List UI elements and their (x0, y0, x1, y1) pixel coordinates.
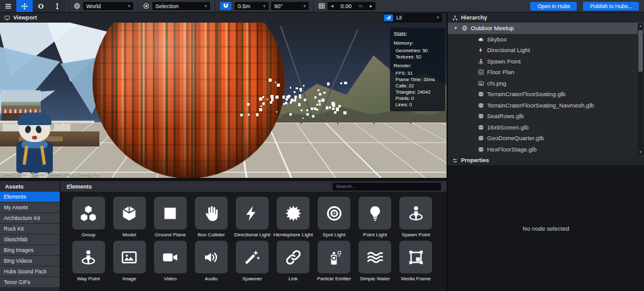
scroll-down-icon[interactable]: ▼ (638, 150, 643, 154)
asset-source-my-assets[interactable]: My Assets (0, 202, 60, 213)
glb-icon (478, 91, 484, 97)
transform-space-value: World (86, 3, 101, 9)
video-icon (154, 241, 187, 273)
expand-caret-icon[interactable]: ▾ (453, 25, 458, 31)
wand-icon (236, 241, 269, 273)
snap-toggle-button[interactable] (220, 2, 231, 10)
waves-icon (358, 241, 391, 273)
snap-rotate-dropdown[interactable]: 90° ▾ (271, 2, 309, 10)
menu-tool-button[interactable] (0, 0, 16, 12)
render-mode-icon (384, 14, 393, 21)
snap-translate-dropdown[interactable]: 0.5m ▾ (235, 2, 269, 10)
element-item-link[interactable]: Link (272, 241, 313, 282)
stats-row: Geometries: 50 (394, 48, 441, 54)
elements-header: Elements (60, 181, 447, 192)
hierarchy-item[interactable]: TerrainCraterFloorSeating.glb (448, 89, 644, 100)
toolbar-divider (313, 0, 314, 12)
asset-source-architecture-kit[interactable]: Architecture Kit (0, 213, 60, 224)
transform-pivot-dropdown[interactable]: Selection ▾ (152, 2, 210, 10)
hierarchy-item[interactable]: Floor Plan (448, 67, 644, 78)
chevron-down-icon: ▾ (263, 4, 265, 9)
asset-source-elements[interactable]: Elements (0, 192, 60, 202)
element-item-spawner[interactable]: Spawner (231, 241, 272, 282)
element-item-media-frame[interactable]: Media Frame (396, 241, 436, 282)
chevron-down-icon: ▾ (128, 4, 130, 9)
element-item-particle-emitter[interactable]: Particle Emitter (314, 241, 355, 282)
hierarchy-item[interactable]: HexFloorStage.glb (448, 144, 644, 155)
asset-source-bing-videos[interactable]: Bing Videos (0, 256, 60, 266)
stats-row: Triangles: 24042 (394, 89, 441, 96)
left-column: Viewport Lit ▾ (0, 13, 447, 291)
asset-source-rock-kit[interactable]: Rock Kit (0, 224, 60, 234)
hierarchy-item-label: GeoDomeQuarter.glb (487, 135, 544, 141)
element-item-way-point[interactable]: Way Point (68, 241, 109, 282)
asset-source-sketchfab[interactable]: Sketchfab (0, 234, 60, 245)
chevron-down-icon: ▾ (204, 4, 207, 9)
hierarchy-item-label: HexFloorStage.glb (487, 146, 537, 153)
viewport-canvas[interactable]: Stats: Memory:Geometries: 50Textures: 52… (0, 23, 447, 178)
properties-title: Properties (461, 157, 489, 163)
element-label: Way Point (77, 276, 99, 282)
publish-to-hubs-button[interactable]: Publish to Hubs... (583, 2, 639, 11)
viewport-header: Viewport Lit ▾ (0, 13, 447, 23)
element-item-spawn-point[interactable]: Spawn Point (396, 197, 436, 238)
asset-source-hubs-sound-pack[interactable]: Hubs Sound Pack (0, 266, 60, 277)
hierarchy-icon (452, 15, 458, 21)
hierarchy-item-label: Directional Light (487, 47, 530, 53)
element-item-directional-light[interactable]: Directional Light (231, 197, 272, 238)
hierarchy-header: Hierarchy (448, 13, 644, 23)
element-item-audio[interactable]: Audio (191, 241, 231, 282)
element-item-box-collider[interactable]: Box Collider (191, 197, 231, 238)
assets-panel: Assets ElementsMy AssetsArchitecture Kit… (0, 181, 447, 291)
element-item-point-light[interactable]: Point Light (355, 197, 396, 238)
snap-rotate-value: 90° (274, 3, 283, 9)
glb-icon (478, 124, 484, 131)
hierarchy-item[interactable]: ▾Outdoor Meetup (448, 23, 644, 34)
properties-body: No node selected (448, 165, 644, 291)
decrement-icon[interactable]: ◂ (331, 3, 333, 9)
element-item-spot-light[interactable]: Spot Light (314, 197, 355, 238)
search-input[interactable] (332, 182, 441, 191)
element-item-hemisphere-light[interactable]: Hemisphere Light (272, 197, 313, 238)
element-label: Group (81, 232, 95, 238)
hierarchy-item[interactable]: chi.png (448, 78, 644, 89)
transform-space-dropdown[interactable]: World ▾ (83, 2, 133, 10)
monitor-icon (4, 15, 10, 21)
render-mode-dropdown[interactable]: Lit ▾ (383, 13, 442, 23)
hierarchy-item[interactable]: 16x9Screen.glb (448, 122, 644, 133)
hand-icon (195, 197, 228, 229)
scrollbar-thumb[interactable] (638, 30, 643, 72)
asset-source-bing-images[interactable]: Bing Images (0, 245, 60, 256)
grid-height-stepper[interactable]: ◂ 0.00 m ▸ (328, 2, 375, 10)
hierarchy-item[interactable]: TerrainCraterFloorSeating_Navmesh.glb (448, 100, 644, 111)
stats-row: Frame Time: 33ms (394, 77, 441, 83)
element-item-ground-plane[interactable]: Ground Plane (150, 197, 191, 238)
translate-tool-button[interactable] (16, 0, 33, 12)
scroll-up-icon[interactable]: ▲ (638, 24, 643, 28)
open-in-hubs-button[interactable]: Open in Hubs (530, 2, 577, 11)
rotate-tool-button[interactable] (33, 0, 49, 12)
grid-icon (317, 3, 326, 9)
hierarchy-item[interactable]: GeoDomeQuarter.glb (448, 133, 644, 144)
hierarchy-item[interactable]: SeatRows.glb (448, 111, 644, 122)
hierarchy-item-label: 16x9Screen.glb (487, 124, 529, 131)
hierarchy-item[interactable]: Spawn Point (448, 56, 644, 67)
element-label: Hemisphere Light (274, 232, 313, 238)
element-item-image[interactable]: Image (109, 241, 150, 282)
element-item-simple-water[interactable]: Simple Water (355, 241, 396, 282)
element-item-model[interactable]: Model (109, 197, 150, 238)
hierarchy-item-label: SeatRows.glb (487, 113, 525, 119)
asset-source-tenor-gifs[interactable]: Tenor GIFs (0, 277, 60, 288)
increment-icon[interactable]: ▸ (370, 3, 372, 9)
stats-row: Calls: 22 (394, 83, 441, 89)
hierarchy-item[interactable]: Directional Light (448, 45, 644, 56)
stats-section-label: Memory: (394, 40, 441, 46)
top-toolbar: World ▾ Selection ▾ 0.5m ▾ 90° ▾ ◂ 0.00 … (0, 0, 644, 13)
scale-tool-button[interactable] (49, 0, 65, 12)
element-label: Spot Light (323, 232, 345, 238)
element-item-video[interactable]: Video (150, 241, 191, 282)
hierarchy-item[interactable]: Skybox (448, 34, 644, 45)
element-item-group[interactable]: Group (68, 197, 109, 238)
element-label: Ground Plane (155, 232, 186, 238)
hierarchy-scrollbar[interactable]: ▲▼ (638, 23, 643, 155)
